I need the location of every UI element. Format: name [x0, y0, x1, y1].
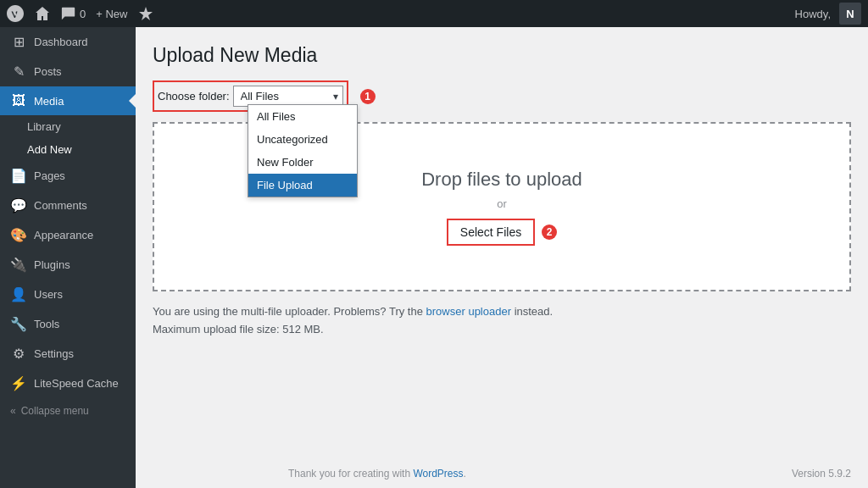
comments-icon: 💬 — [10, 197, 27, 214]
sidebar-item-litespeed[interactable]: ⚡ LiteSpeed Cache — [0, 369, 136, 398]
sidebar-item-plugins[interactable]: 🔌 Plugins — [0, 250, 136, 280]
media-icon: 🖼 — [10, 93, 27, 108]
sidebar-subitem-library[interactable]: Library — [0, 115, 136, 138]
main-content: Screen Options ▾ Help ▾ Upload New Media… — [136, 0, 868, 488]
pages-icon: 📄 — [10, 168, 27, 184]
uploader-info: You are using the multi-file uploader. P… — [153, 305, 851, 318]
sidebar-item-pages[interactable]: 📄 Pages — [0, 161, 136, 191]
page-title: Upload New Media — [153, 44, 851, 67]
select-files-wrapper: Select Files 2 — [447, 219, 557, 246]
wp-badge-icon — [137, 5, 154, 22]
sidebar-item-posts[interactable]: ✎ Posts — [0, 57, 136, 86]
sidebar-item-comments[interactable]: 💬 Comments — [0, 191, 136, 220]
browser-uploader-link[interactable]: browser uploader — [426, 305, 511, 318]
sidebar-item-settings[interactable]: ⚙ Settings — [0, 339, 136, 369]
new-content-button[interactable]: + New — [96, 8, 127, 20]
sidebar: ⊞ Dashboard ✎ Posts 🖼 Media Library Add … — [0, 0, 136, 488]
page-footer: Thank you for creating with WordPress. V… — [271, 459, 868, 488]
avatar: N — [839, 3, 861, 25]
sidebar-item-media[interactable]: 🖼 Media — [0, 86, 136, 115]
wp-logo-icon[interactable] — [7, 5, 24, 22]
sidebar-item-appearance[interactable]: 🎨 Appearance — [0, 220, 136, 250]
home-icon[interactable] — [34, 5, 51, 22]
collapse-arrow-icon: « — [10, 405, 16, 417]
comment-count[interactable]: 0 — [61, 6, 86, 21]
litespeed-icon: ⚡ — [10, 375, 27, 391]
upload-or-text: or — [497, 197, 507, 210]
settings-icon: ⚙ — [10, 346, 27, 362]
version-text: Version 5.9.2 — [792, 468, 851, 480]
dropdown-item-allfiles[interactable]: All Files — [248, 105, 357, 128]
users-icon: 👤 — [10, 286, 27, 302]
folder-label: Choose folder: — [158, 90, 230, 103]
posts-icon: ✎ — [10, 64, 27, 80]
active-arrow — [129, 94, 136, 108]
dropdown-item-uncategorized[interactable]: Uncategorized — [248, 128, 357, 151]
select-files-button[interactable]: Select Files — [447, 219, 535, 246]
annotation-2: 2 — [542, 225, 557, 240]
footer-text: Thank you for creating with — [288, 468, 413, 480]
drop-text: Drop files to upload — [421, 169, 582, 191]
howdy-text: Howdy, — [795, 8, 831, 20]
svg-marker-0 — [139, 7, 153, 20]
annotation-1: 1 — [360, 89, 376, 104]
collapse-menu-button[interactable]: « Collapse menu — [0, 398, 136, 424]
sidebar-item-dashboard[interactable]: ⊞ Dashboard — [0, 27, 136, 57]
comment-icon — [61, 6, 76, 21]
sidebar-item-users[interactable]: 👤 Users — [0, 280, 136, 309]
dashboard-icon: ⊞ — [10, 34, 27, 50]
dropdown-item-fileupload[interactable]: File Upload — [248, 174, 357, 197]
dropdown-item-newfolder[interactable]: New Folder — [248, 151, 357, 174]
max-size-info: Maximum upload file size: 512 MB. — [153, 323, 851, 336]
tools-icon: 🔧 — [10, 316, 27, 332]
plugins-icon: 🔌 — [10, 257, 27, 273]
folder-row: Choose folder: All Files Uncategorized N… — [153, 80, 851, 112]
appearance-icon: 🎨 — [10, 227, 27, 243]
admin-bar: 0 + New Howdy, N — [0, 0, 868, 27]
sidebar-subitem-addnew[interactable]: Add New — [0, 138, 136, 161]
folder-dropdown: All Files Uncategorized New Folder File … — [248, 104, 358, 197]
sidebar-item-tools[interactable]: 🔧 Tools — [0, 309, 136, 339]
wordpress-link[interactable]: WordPress — [413, 468, 463, 480]
